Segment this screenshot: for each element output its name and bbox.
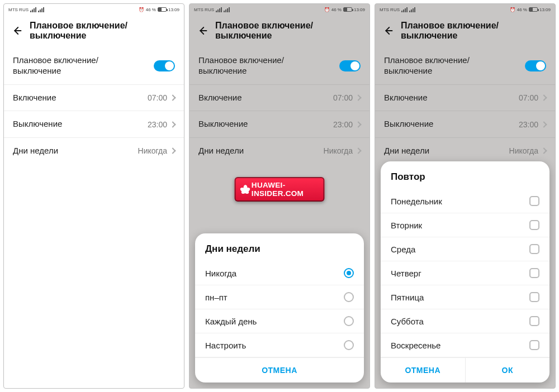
carrier-label: MTS RUS	[8, 7, 29, 12]
option-label: Настроить	[205, 341, 246, 350]
row-power-on[interactable]: Включение 07:00	[4, 85, 184, 112]
option-label: Суббота	[391, 317, 424, 326]
cancel-button[interactable]: ОТМЕНА	[195, 358, 364, 383]
sheet-actions: ОТМЕНА ОК	[381, 357, 549, 383]
checkbox-icon[interactable]	[529, 220, 539, 230]
settings-list: Плановое включение/ выключение Включение…	[190, 47, 369, 164]
option-label: Никогда	[205, 269, 236, 278]
off-label: Выключение	[198, 119, 248, 130]
option-thursday[interactable]: Четверг	[381, 261, 549, 285]
signal-icon	[409, 7, 415, 12]
option-label: Среда	[391, 245, 415, 254]
row-power-off[interactable]: Выключение 23:00	[375, 111, 555, 138]
days-label: Дни недели	[384, 146, 429, 156]
days-value: Никогда	[324, 146, 353, 155]
checkbox-icon[interactable]	[529, 196, 539, 206]
option-label: Воскресенье	[391, 341, 440, 350]
alarm-icon: ⏰	[510, 7, 515, 12]
signal-icon	[401, 7, 408, 12]
option-label: Каждый день	[205, 317, 257, 326]
on-label: Включение	[13, 93, 56, 103]
battery-icon	[158, 7, 167, 12]
off-value: 23:00	[148, 120, 167, 129]
row-power-on[interactable]: Включение 07:00	[375, 85, 555, 112]
back-icon[interactable]	[383, 26, 393, 36]
radio-icon[interactable]	[344, 316, 354, 326]
days-label: Дни недели	[198, 146, 244, 156]
option-friday[interactable]: Пятница	[381, 285, 549, 309]
battery-icon	[529, 7, 538, 12]
option-label: Пятница	[391, 293, 424, 302]
status-bar: MTS RUS ⏰ 46 % 13:09	[375, 4, 555, 15]
schedule-toggle[interactable]	[525, 60, 546, 71]
off-label: Выключение	[13, 119, 62, 130]
ok-button[interactable]: ОК	[465, 358, 550, 383]
settings-list: Плановое включение/ выключение Включение…	[4, 47, 184, 164]
option-never[interactable]: Никогда	[195, 261, 364, 285]
chevron-right-icon	[169, 148, 176, 154]
days-value: Никогда	[138, 146, 167, 155]
phone-screen-2: MTS RUS ⏰ 46 % 13:09 Плановое включение/…	[189, 3, 370, 389]
row-power-on[interactable]: Включение 07:00	[190, 85, 369, 112]
clock: 13:09	[168, 7, 179, 12]
phone-screen-1: MTS RUS ⏰ 46 % 13:09 Плановое включение/…	[3, 3, 184, 389]
row-power-off[interactable]: Выключение 23:00	[4, 111, 184, 138]
schedule-toggle[interactable]	[339, 60, 361, 71]
option-label: Четверг	[391, 269, 421, 278]
battery-pct: 46 %	[517, 7, 527, 12]
on-label: Включение	[198, 93, 242, 103]
days-value: Никогда	[509, 146, 538, 155]
off-label: Выключение	[384, 119, 433, 130]
toggle-label: Плановое включение/ выключение	[198, 55, 284, 77]
phone-screen-3: MTS RUS ⏰ 46 % 13:09 Плановое включение/…	[375, 3, 556, 389]
toggle-label: Плановое включение/ выключение	[13, 55, 98, 77]
schedule-toggle[interactable]	[154, 60, 175, 71]
radio-icon[interactable]	[344, 292, 354, 302]
row-power-off[interactable]: Выключение 23:00	[190, 111, 369, 138]
option-sunday[interactable]: Воскресенье	[381, 333, 549, 357]
status-bar: MTS RUS ⏰ 46 % 13:09	[190, 4, 369, 15]
option-label: Понедельник	[391, 197, 442, 206]
option-custom[interactable]: Настроить	[195, 333, 364, 357]
checkbox-icon[interactable]	[529, 316, 539, 326]
titlebar: Плановое включение/выключение	[375, 15, 555, 47]
checkbox-icon[interactable]	[529, 340, 539, 350]
signal-icon	[224, 7, 230, 12]
checkbox-icon[interactable]	[529, 268, 539, 278]
option-tuesday[interactable]: Вторник	[381, 213, 549, 237]
row-schedule-toggle[interactable]: Плановое включение/ выключение	[4, 47, 184, 85]
page-title: Плановое включение/выключение	[401, 21, 547, 41]
back-icon[interactable]	[12, 26, 22, 36]
repeat-sheet: Повтор Понедельник Вторник Среда Четверг…	[381, 161, 549, 383]
sheet-actions: ОТМЕНА	[195, 357, 364, 383]
on-value: 07:00	[333, 93, 353, 102]
back-icon[interactable]	[197, 26, 207, 36]
row-days[interactable]: Дни недели Никогда	[190, 138, 369, 164]
chevron-right-icon	[169, 94, 176, 101]
cancel-button[interactable]: ОТМЕНА	[381, 358, 465, 383]
sheet-title: Повтор	[381, 169, 549, 189]
off-value: 23:00	[333, 120, 353, 129]
radio-icon[interactable]	[344, 268, 354, 278]
watermark-badge: HUAWEI-INSIDER.COM	[235, 177, 325, 202]
clock: 13:09	[354, 7, 365, 12]
chevron-right-icon	[541, 148, 547, 154]
row-schedule-toggle[interactable]: Плановое включение/ выключение	[190, 47, 369, 85]
row-schedule-toggle[interactable]: Плановое включение/ выключение	[375, 47, 555, 85]
option-saturday[interactable]: Суббота	[381, 309, 549, 333]
checkbox-icon[interactable]	[529, 292, 539, 302]
days-sheet: Дни недели Никогда пн–пт Каждый день Нас…	[195, 233, 364, 383]
option-wednesday[interactable]: Среда	[381, 237, 549, 261]
huawei-logo-icon	[241, 185, 248, 194]
option-everyday[interactable]: Каждый день	[195, 309, 364, 333]
option-weekdays[interactable]: пн–пт	[195, 285, 364, 309]
row-days[interactable]: Дни недели Никогда	[375, 138, 555, 164]
page-title: Плановое включение/выключение	[215, 21, 362, 41]
radio-icon[interactable]	[344, 340, 354, 350]
option-monday[interactable]: Понедельник	[381, 189, 549, 213]
checkbox-icon[interactable]	[529, 244, 539, 254]
clock: 13:09	[539, 7, 551, 12]
row-days[interactable]: Дни недели Никогда	[4, 138, 184, 164]
carrier-label: MTS RUS	[194, 7, 214, 12]
option-label: пн–пт	[205, 293, 228, 302]
